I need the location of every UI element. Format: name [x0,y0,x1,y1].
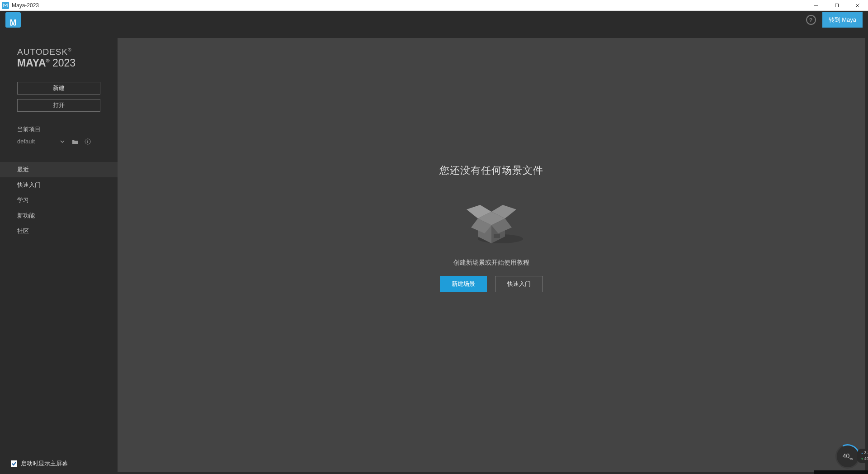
window-controls [806,0,868,11]
app-header: M AYA ? 转到 Maya [0,11,868,29]
folder-icon[interactable] [72,138,78,145]
sidebar-item-community[interactable]: 社区 [0,223,118,239]
empty-subtitle: 创建新场景或开始使用教程 [439,259,543,267]
svg-point-6 [87,140,88,141]
sidebar-nav: 最近 快速入门 学习 新功能 社区 [0,162,118,239]
empty-box-icon [453,194,530,248]
empty-state: 您还没有任何场景文件 [439,164,543,292]
net-percent: 40 [843,452,850,460]
help-icon[interactable]: ? [806,15,816,25]
net-download: 49.8K/s [861,456,868,462]
sidebar-footer: 启动时显示主屏幕 [0,453,118,474]
project-name[interactable]: default [17,138,53,145]
network-widget[interactable]: 40% 3.8K/s 49.8K/s [835,444,860,469]
svg-rect-15 [494,234,500,238]
brand-year: 2023 [52,57,75,69]
net-upload: 3.8K/s [861,450,868,456]
empty-title: 您还没有任何场景文件 [439,164,543,177]
brand-maya: MAYA [17,57,46,69]
sidebar: AUTODESK® MAYA® 2023 新建 打开 当前项目 default [0,29,118,474]
svg-rect-1 [835,4,839,7]
new-scene-button[interactable]: 新建场景 [440,276,487,292]
new-button[interactable]: 新建 [17,82,100,95]
goto-maya-button[interactable]: 转到 Maya [822,12,863,28]
sidebar-item-learn[interactable]: 学习 [0,193,118,208]
quickstart-button[interactable]: 快速入门 [495,276,543,292]
startup-checkbox-label: 启动时显示主屏幕 [21,460,68,468]
app-root: M AYA ? 转到 Maya AUTODESK® MAYA® 2023 新建 … [0,11,868,474]
app-body: AUTODESK® MAYA® 2023 新建 打开 当前项目 default [0,29,868,474]
os-titlebar: Maya-2023 [0,0,868,11]
maya-logo-icon: M AYA [5,12,21,28]
open-button[interactable]: 打开 [17,99,100,112]
info-icon[interactable] [85,138,91,145]
sidebar-item-whatsnew[interactable]: 新功能 [0,208,118,223]
brand-autodesk: AUTODESK [17,47,68,57]
startup-checkbox[interactable] [11,460,17,467]
net-speeds: 3.8K/s 49.8K/s [857,449,868,463]
sidebar-item-recent[interactable]: 最近 [0,162,118,177]
project-section: 当前项目 default [0,112,118,145]
chevron-down-icon[interactable] [59,138,66,145]
net-percent-suffix: % [849,456,853,460]
sidebar-item-quickstart[interactable]: 快速入门 [0,177,118,193]
brand-block: AUTODESK® MAYA® 2023 [0,47,118,82]
maximize-button[interactable] [826,0,847,11]
window-title: Maya-2023 [12,2,39,9]
close-button[interactable] [847,0,868,11]
app-icon [2,2,9,9]
taskbar-fragment [814,470,868,474]
main-content: 您还没有任何场景文件 [118,38,865,472]
minimize-button[interactable] [806,0,826,11]
project-label: 当前项目 [17,125,100,133]
